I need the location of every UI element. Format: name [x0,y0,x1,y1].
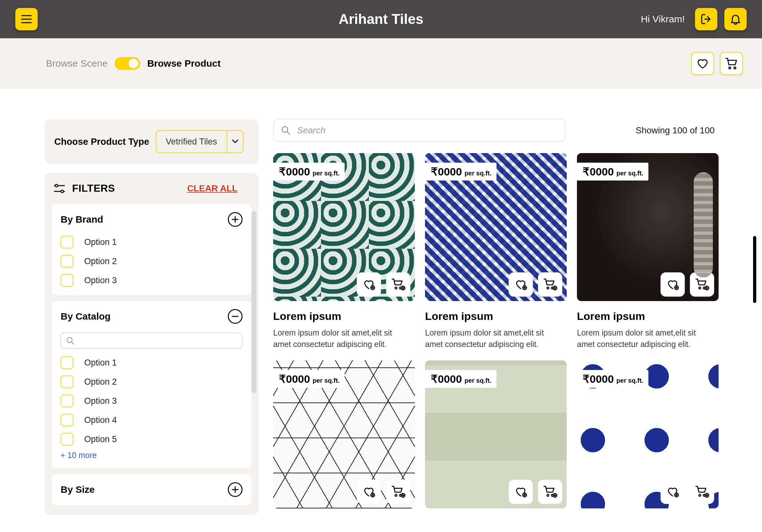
product-type-chevron[interactable] [227,130,244,153]
price-badge: ₹0000 per sq.ft. [425,163,496,180]
heart-add-icon [666,486,679,498]
price-value: ₹0000 [279,372,310,385]
cart-add-icon [695,278,709,291]
product-image[interactable]: ₹0000 per sq.ft. [273,361,415,508]
product-image[interactable]: ₹0000 per sq.ft. [425,361,567,508]
product-description: Lorem ipsum dolor sit amet,elit sit amet… [577,327,711,350]
heart-add-icon [362,486,376,498]
brand-option-row[interactable]: Option 2 [61,255,243,268]
plus-icon [232,216,239,223]
main-content: Choose Product Type Vetrified Tiles FILT… [0,89,762,532]
cart-button[interactable] [720,52,743,75]
add-cart-button[interactable] [386,272,410,297]
checkbox[interactable] [61,414,73,427]
option-label: Option 5 [84,434,117,444]
search-icon [281,126,291,135]
option-label: Option 1 [84,358,117,368]
product-image[interactable]: ₹0000 per sq.ft. [273,153,415,301]
facet-brand-expand-button[interactable] [228,212,243,227]
product-title: Lorem ipsum [425,310,567,322]
catalog-option-row[interactable]: Option 5 [61,433,243,445]
checkbox[interactable] [61,274,73,287]
add-wishlist-button[interactable] [357,480,381,504]
svg-line-15 [71,342,74,344]
hamburger-icon [21,15,32,23]
cart-add-icon [391,485,406,499]
product-title: Lorem ipsum [273,310,415,322]
catalog-show-more-link[interactable]: + 10 more [61,451,243,460]
price-value: ₹0000 [583,165,614,178]
checkbox[interactable] [61,395,73,407]
product-type-select[interactable]: Vetrified Tiles [156,130,244,153]
product-card: ₹0000 per sq.ft. [425,361,567,508]
browse-scene-label[interactable]: Browse Scene [46,58,108,69]
heart-add-icon [666,279,679,291]
facet-catalog: By Catalog Option 1 Option 2 Option 3 Op… [52,301,252,468]
catalog-option-row[interactable]: Option 4 [61,414,243,427]
checkbox[interactable] [61,255,73,268]
menu-button[interactable] [15,8,38,30]
cart-add-icon [543,485,558,499]
add-cart-button[interactable] [690,480,714,504]
browse-subbar: Browse Scene Browse Product [0,38,762,89]
catalog-option-row[interactable]: Option 3 [61,395,243,407]
facet-brand: By Brand Option 1 Option 2 Option 3 [52,204,252,295]
add-cart-button[interactable] [538,272,562,297]
svg-point-3 [729,67,731,69]
facet-size-title: By Size [61,484,95,495]
svg-point-31 [547,287,549,289]
product-type-label: Choose Product Type [54,137,149,147]
logout-button[interactable] [695,8,717,30]
add-wishlist-button[interactable] [660,480,685,504]
clear-all-button[interactable]: CLEAR ALL [187,183,237,194]
svg-point-23 [395,287,397,289]
checkbox[interactable] [61,433,73,445]
add-cart-button[interactable] [386,480,410,504]
plus-icon [232,486,239,493]
brand-option-row[interactable]: Option 1 [61,236,243,248]
add-wishlist-button[interactable] [357,272,381,297]
wishlist-button[interactable] [691,52,714,75]
page-scrollbar[interactable] [753,236,756,303]
facet-catalog-collapse-button[interactable] [228,309,243,324]
add-cart-button[interactable] [538,480,562,504]
heart-add-icon [514,486,527,498]
product-type-value[interactable]: Vetrified Tiles [156,130,227,153]
heart-icon [696,58,709,69]
browse-product-label[interactable]: Browse Product [147,58,220,69]
heart-add-icon [514,279,527,291]
facet-size-expand-button[interactable] [228,482,243,497]
price-unit: per sq.ft. [617,170,643,177]
filters-panel: FILTERS CLEAR ALL By Brand Option 1 Opti… [45,173,259,515]
product-image[interactable]: ₹0000 per sq.ft. [577,153,719,301]
search-field[interactable] [297,125,558,136]
checkbox[interactable] [61,375,73,388]
price-badge: ₹0000 per sq.ft. [273,163,344,180]
cart-icon [725,57,738,70]
add-cart-button[interactable] [690,272,714,297]
svg-point-63 [699,495,701,496]
filters-scrollbar[interactable] [252,211,257,393]
search-input[interactable] [273,119,566,142]
product-card: ₹0000 per sq.ft. [577,361,719,508]
browse-toggle[interactable] [114,57,140,70]
notifications-button[interactable] [724,8,747,30]
brand-option-row[interactable]: Option 3 [61,274,243,287]
product-grid: ₹0000 per sq.ft. Lorem ipsum Lorem ipsum… [273,153,743,508]
option-label: Option 2 [84,256,117,266]
option-label: Option 2 [84,377,117,387]
product-image[interactable]: ₹0000 per sq.ft. [577,361,719,508]
product-image[interactable]: ₹0000 per sq.ft. [425,153,567,301]
product-type-panel: Choose Product Type Vetrified Tiles [45,119,259,164]
toggle-knob [128,59,138,68]
add-wishlist-button[interactable] [509,272,533,297]
price-value: ₹0000 [279,165,310,178]
checkbox[interactable] [61,236,73,248]
catalog-option-row[interactable]: Option 2 [61,375,243,388]
checkbox[interactable] [61,356,73,369]
catalog-option-row[interactable]: Option 1 [61,356,243,369]
add-wishlist-button[interactable] [660,272,685,297]
catalog-search-input[interactable] [61,333,243,349]
minus-icon [232,313,239,320]
add-wishlist-button[interactable] [509,480,533,504]
